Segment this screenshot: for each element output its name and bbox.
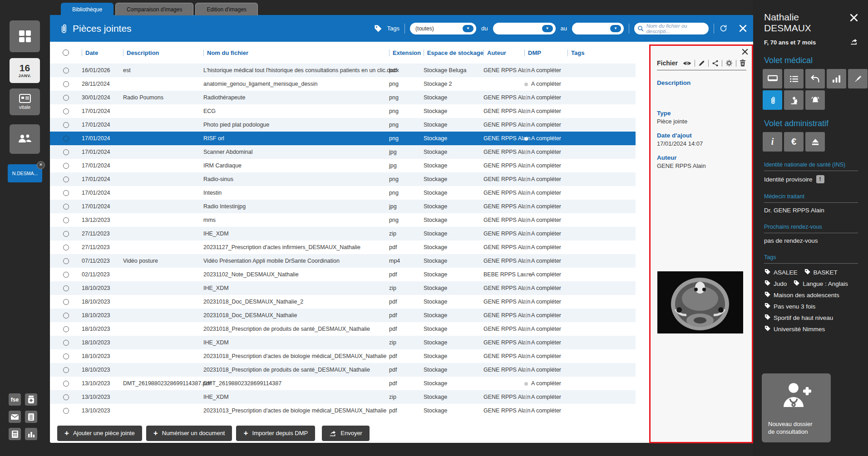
patient-tag[interactable]: Pas venu 3 fois [764, 302, 815, 310]
row-select-circle[interactable] [50, 326, 82, 332]
date-from-select[interactable]: ▼ [493, 23, 556, 34]
patient-tag[interactable]: ASALEE [764, 268, 798, 276]
row-select-circle[interactable] [50, 272, 82, 278]
mail-icon[interactable] [9, 411, 21, 423]
row-select-circle[interactable] [50, 258, 82, 264]
row-select-circle[interactable] [50, 285, 82, 291]
table-row[interactable]: 07/11/2023Vidéo postureVidéo Présentatio… [50, 254, 636, 268]
column-header-date[interactable]: Date [82, 49, 123, 56]
row-select-circle[interactable] [50, 381, 82, 387]
table-row[interactable]: 18/10/2023IHE_XDMzipStockageGENE RPPS Al… [50, 336, 636, 349]
table-row[interactable]: 18/10/202320231018_Doc_DESMAUX_Nathaliep… [50, 309, 636, 322]
table-row[interactable]: 18/10/202320231018_Prescription de produ… [50, 363, 636, 377]
send-button[interactable]: Envoyer [322, 426, 370, 441]
column-header-filename[interactable]: Nom du fichier [203, 49, 389, 56]
tab-edition-images[interactable]: Edition d'images [195, 3, 258, 15]
column-header-tags[interactable]: Tags [567, 49, 636, 56]
table-row[interactable]: 17/01/2024ECGpngStockageGENE RPPS AlainA… [50, 104, 636, 118]
dropdown-arrow-icon[interactable]: ▼ [463, 25, 473, 32]
import-from-dmp-button[interactable]: + Importer depuis DMP [236, 426, 315, 441]
calculator-icon[interactable] [9, 428, 21, 440]
export-patient-icon[interactable] [850, 38, 858, 47]
tab-bibliotheque[interactable]: Bibliothèque [61, 3, 113, 15]
table-row[interactable]: 17/01/2024IntestinpngStockageGENE RPPS A… [50, 186, 636, 200]
table-row[interactable]: 18/10/202320231018_Doc_DESMAUX_Nathalie_… [50, 295, 636, 309]
table-row[interactable]: 17/01/2024Scanner AbdominaljpgStockageGE… [50, 145, 636, 159]
table-row[interactable]: 17/01/2024RISF orlpngStockageGENE RPPS A… [50, 132, 636, 145]
row-select-circle[interactable] [50, 340, 82, 346]
table-row[interactable]: 13/12/2023mmspngStockageGENE RPPS AlainA… [50, 213, 636, 227]
table-row[interactable]: 13/10/2023DMT_26198802328699114387.pdfDM… [50, 377, 636, 390]
table-row[interactable]: 18/10/202320231018_Prescription de produ… [50, 322, 636, 336]
table-row[interactable]: 17/01/2024Photo pied plat podologuepngSt… [50, 118, 636, 132]
column-header-author[interactable]: Auteur [483, 49, 524, 56]
row-select-circle[interactable] [50, 149, 82, 155]
row-select-circle[interactable] [50, 68, 82, 74]
column-header-description[interactable]: Description [123, 49, 203, 56]
table-row[interactable]: 27/11/2023IHE_XDMzipStockageGENE RPPS Al… [50, 227, 636, 240]
patient-tag[interactable]: Sportif de haut niveau [764, 314, 833, 322]
table-row[interactable]: 17/01/2024Radio-sinuspngStockageGENE RPP… [50, 172, 636, 186]
dropdown-arrow-icon[interactable]: ▼ [542, 25, 553, 32]
table-row[interactable]: 18/10/2023IHE_XDMzipStockageGENE RPPS Al… [50, 281, 636, 295]
column-header-dmp[interactable]: DMP [524, 49, 567, 56]
add-attachment-button[interactable]: + Ajouter une pièce jointe [57, 426, 142, 441]
table-row[interactable]: 28/11/2024anatomie_genou_ligament_menisq… [50, 77, 636, 91]
patient-tag[interactable]: Langue : Anglais [793, 279, 848, 288]
row-select-circle[interactable] [50, 108, 82, 114]
row-select-circle[interactable] [50, 136, 82, 142]
bell-icon[interactable] [805, 90, 825, 110]
microscope-icon[interactable] [784, 90, 804, 110]
dropdown-arrow-icon[interactable]: ▼ [610, 25, 621, 32]
table-row[interactable]: 17/01/2024Radio IntestinjpgjpgStockageGE… [50, 200, 636, 213]
row-select-circle[interactable] [50, 217, 82, 223]
fse-button[interactable]: fse [9, 393, 21, 406]
patients-button[interactable] [10, 124, 40, 154]
view-icon[interactable] [683, 60, 691, 66]
table-row[interactable]: 17/01/2024IRM CardiaquejpgStockageGENE R… [50, 159, 636, 172]
share-icon[interactable] [712, 60, 719, 67]
row-select-circle[interactable] [50, 408, 82, 414]
row-select-circle[interactable] [50, 245, 82, 250]
row-select-circle[interactable] [50, 231, 82, 237]
row-select-circle[interactable] [50, 190, 82, 196]
row-select-circle[interactable] [50, 394, 82, 400]
row-select-circle[interactable] [50, 367, 82, 373]
menu-grid-icon[interactable] [10, 20, 40, 52]
table-row[interactable]: 27/11/202320231127_Prescription d'actes … [50, 240, 636, 254]
vitale-card-button[interactable]: vitale [10, 88, 40, 115]
close-patient-icon[interactable] [850, 14, 858, 24]
tags-filter-select[interactable]: (toutes) ▼ [410, 23, 476, 34]
close-detail-icon[interactable] [742, 49, 748, 57]
refresh-icon[interactable] [719, 24, 728, 33]
ct-scan-thumbnail[interactable] [657, 271, 743, 333]
table-row[interactable]: 30/01/2024Radio PoumonsRadiothérapeutepn… [50, 91, 636, 104]
delete-icon[interactable] [740, 59, 746, 67]
paperclip-tab-icon[interactable] [763, 90, 782, 110]
calendar-date-tile[interactable]: 16 JANV. [10, 58, 40, 83]
patient-tag[interactable]: Judo [764, 279, 787, 288]
screen-icon[interactable] [763, 69, 782, 88]
patient-tag[interactable]: Université Nimmes [764, 325, 825, 333]
table-row[interactable]: 13/10/202320231013_Prescription d'actes … [50, 404, 636, 417]
table-row[interactable]: 02/11/202320231102_Note_DESMAUX_Nathalie… [50, 268, 636, 281]
row-select-circle[interactable] [50, 313, 82, 319]
patient-tag[interactable]: BASKET [804, 268, 838, 276]
row-select-circle[interactable] [50, 353, 82, 359]
date-to-select[interactable]: ▼ [572, 23, 624, 34]
eject-icon[interactable] [805, 132, 825, 152]
row-select-circle[interactable] [50, 81, 82, 87]
row-select-circle[interactable] [50, 95, 82, 101]
patient-tag[interactable]: Maison des adolescents [764, 291, 839, 299]
list-icon[interactable] [784, 69, 804, 88]
row-select-circle[interactable] [50, 122, 82, 128]
close-window-icon[interactable] [739, 25, 747, 32]
row-select-circle[interactable] [50, 163, 82, 169]
scan-document-button[interactable]: + Numériser un document [146, 426, 232, 441]
search-input[interactable]: Nom du fichier ou descripti... [634, 23, 709, 34]
row-select-circle[interactable] [50, 177, 82, 182]
syringe-icon[interactable] [848, 69, 868, 88]
open-patient-tab[interactable]: N.DESMA... ✕ [8, 164, 42, 182]
bar-chart-icon[interactable] [827, 69, 846, 88]
select-all-circle[interactable] [50, 49, 82, 56]
